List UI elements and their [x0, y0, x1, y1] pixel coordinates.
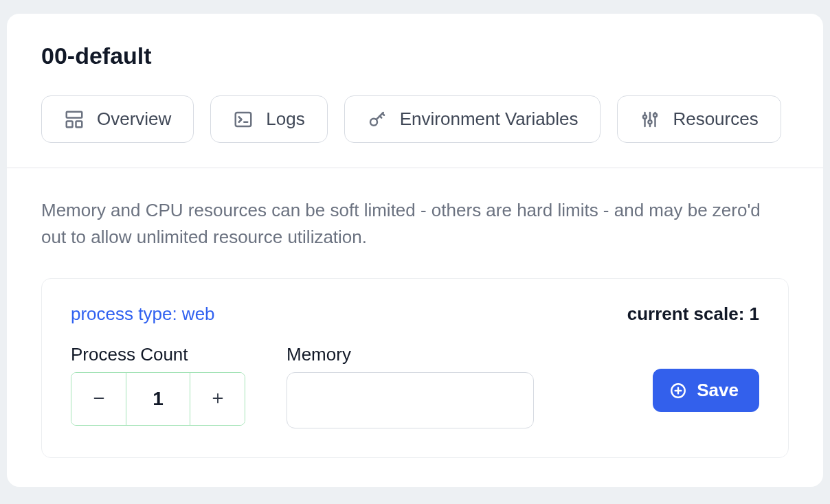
process-controls: Process Count	[71, 344, 759, 428]
memory-label: Memory	[287, 344, 534, 365]
tab-label: Overview	[97, 108, 171, 130]
plus-circle-icon	[669, 382, 687, 400]
minus-icon	[91, 387, 106, 411]
svg-point-10	[643, 115, 647, 118]
process-count-group: Process Count	[71, 344, 245, 426]
memory-group: Memory	[287, 344, 534, 428]
decrement-button[interactable]	[71, 373, 126, 425]
tab-env-vars[interactable]: Environment Variables	[344, 95, 601, 143]
increment-button[interactable]	[190, 373, 245, 425]
svg-rect-0	[67, 111, 82, 117]
page-title: 00-default	[41, 43, 789, 69]
svg-rect-2	[76, 121, 82, 127]
svg-point-14	[653, 113, 657, 117]
process-count-label: Process Count	[71, 344, 245, 365]
settings-card: 00-default Overview	[7, 14, 823, 487]
save-button-label: Save	[697, 380, 739, 401]
overview-icon	[64, 109, 85, 130]
save-button[interactable]: Save	[653, 369, 759, 412]
key-icon	[367, 109, 388, 130]
process-count-input[interactable]	[126, 373, 190, 425]
svg-point-12	[649, 120, 652, 124]
terminal-icon	[233, 109, 254, 130]
tab-label: Logs	[266, 108, 304, 130]
current-scale-label: current scale: 1	[627, 303, 759, 325]
tabs-row: Overview Logs	[41, 95, 789, 143]
card-body: Memory and CPU resources can be soft lim…	[7, 168, 823, 487]
tab-overview[interactable]: Overview	[41, 95, 194, 143]
process-count-stepper	[71, 372, 245, 426]
tab-label: Resources	[673, 108, 758, 130]
process-panel-header: process type: web current scale: 1	[71, 303, 759, 325]
plus-icon	[210, 387, 225, 411]
svg-line-7	[382, 113, 384, 115]
resources-description: Memory and CPU resources can be soft lim…	[41, 197, 789, 251]
process-type-label: process type: web	[71, 303, 215, 325]
tab-logs[interactable]: Logs	[210, 95, 327, 143]
save-area: Save	[653, 369, 759, 412]
tab-resources[interactable]: Resources	[617, 95, 781, 143]
svg-rect-1	[67, 121, 73, 127]
svg-rect-3	[236, 113, 251, 126]
svg-line-8	[380, 116, 382, 118]
memory-input[interactable]	[287, 372, 534, 428]
tab-label: Environment Variables	[400, 108, 579, 130]
card-header: 00-default Overview	[7, 14, 823, 168]
sliders-icon	[640, 109, 660, 130]
process-panel: process type: web current scale: 1 Proce…	[41, 278, 789, 458]
